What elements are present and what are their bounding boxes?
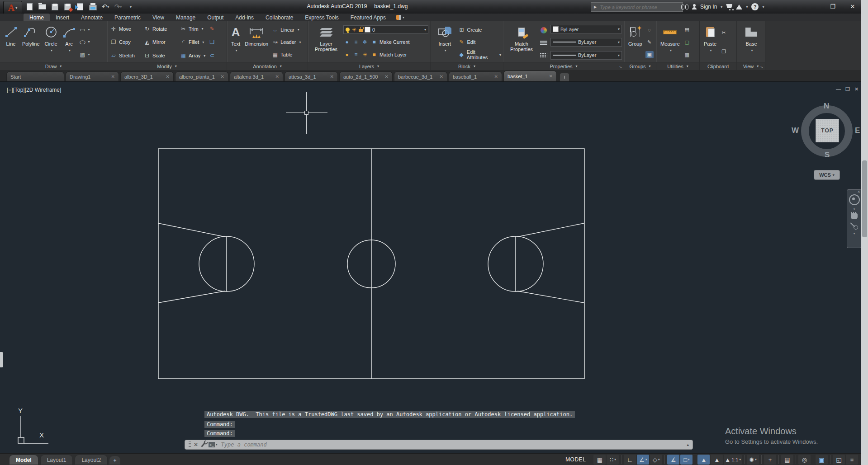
doc-minimize-button[interactable]: —	[836, 86, 841, 92]
transfer-button[interactable]	[75, 2, 85, 12]
polar-tracking-toggle[interactable]: ∠▾	[637, 455, 649, 465]
match-properties-button[interactable]: Match Properties	[506, 23, 537, 62]
tab-insert[interactable]: Insert	[50, 14, 75, 21]
close-icon[interactable]: ✕	[166, 74, 170, 79]
search-expand-icon[interactable]: ▶	[594, 5, 597, 9]
mirror-button[interactable]: ◭Mirror	[143, 38, 179, 47]
viewcube-west[interactable]: W	[792, 126, 799, 135]
text-button[interactable]: A Text	[230, 23, 242, 62]
polyline-button[interactable]: Polyline	[21, 23, 41, 62]
close-button[interactable]: ✕	[843, 0, 863, 13]
dimension-button[interactable]: Dimension	[243, 23, 270, 62]
close-icon[interactable]: ✕	[494, 74, 498, 79]
cut-button[interactable]: ✂	[720, 29, 728, 37]
annotation-monitor-toggle[interactable]: +	[764, 455, 776, 465]
close-icon[interactable]: ✕	[194, 442, 198, 448]
command-input[interactable]	[220, 441, 684, 448]
lineweight-icon[interactable]	[540, 41, 547, 45]
leader-button[interactable]: ↝Leader	[271, 38, 301, 47]
ortho-toggle[interactable]: ∟	[624, 455, 636, 465]
tab-manage[interactable]: Manage	[170, 14, 201, 21]
file-tab-barbecue[interactable]: barbecue_3d_1✕	[394, 71, 447, 81]
save-as-button[interactable]	[62, 2, 72, 12]
drag-handle[interactable]	[189, 442, 191, 448]
dialog-launcher-icon[interactable]: ↘	[760, 65, 763, 69]
file-tab-auto[interactable]: auto_2d_1_500✕	[339, 71, 393, 81]
paste-button[interactable]: Paste	[702, 23, 718, 62]
wcs-button[interactable]: WCS▾	[814, 170, 840, 180]
tab-output[interactable]: Output	[201, 14, 229, 21]
pan-icon[interactable]	[851, 213, 858, 219]
clean-screen-button[interactable]: ◱	[833, 455, 845, 465]
object-snap-toggle[interactable]: □▾	[680, 455, 693, 465]
file-tab-altalena[interactable]: altalena 3d_1✕	[230, 71, 283, 81]
group-edit-button[interactable]: ✎	[645, 38, 654, 46]
connect-button[interactable]: ▾	[396, 14, 404, 21]
search-input[interactable]	[599, 4, 680, 10]
doc-restore-button[interactable]: ❐	[845, 86, 850, 92]
tab-add-ins[interactable]: Add-ins	[229, 14, 260, 21]
edit-attributes-button[interactable]: ◆Edit Attributes	[458, 50, 501, 59]
chevron-down-icon[interactable]: ▾	[746, 5, 748, 9]
annotation-visibility-toggle[interactable]: ▲	[697, 455, 710, 465]
stretch-button[interactable]: ▱Stretch	[110, 51, 142, 60]
rectangle-button[interactable]: ▭▾	[79, 25, 90, 34]
match-layer-button[interactable]: ● ≡ ☀ ■ Match Layer	[343, 50, 428, 59]
new-tab-button[interactable]: +	[560, 73, 569, 81]
autodesk-exchange-icon[interactable]	[736, 5, 742, 9]
panel-label-annotation[interactable]: Annotation	[227, 62, 308, 70]
copy-button[interactable]: ❐Copy	[110, 38, 142, 47]
group-selection-toggle[interactable]: ▣	[645, 51, 654, 58]
close-icon[interactable]: ✕	[549, 74, 553, 79]
linetype-icon[interactable]	[540, 53, 547, 57]
close-icon[interactable]: ✕	[111, 74, 115, 79]
snap-toggle[interactable]: ∷▾	[607, 455, 619, 465]
redo-button[interactable]: ↷▾	[113, 2, 123, 12]
close-icon[interactable]: ✕	[221, 74, 224, 79]
isolate-objects-button[interactable]: ◎	[798, 455, 811, 465]
arc-button[interactable]: Arc	[61, 23, 77, 62]
help-button[interactable]: ?	[751, 3, 759, 10]
isometric-drafting-toggle[interactable]: ◇▾	[650, 455, 662, 465]
tab-annotate[interactable]: Annotate	[75, 14, 109, 21]
history-up-icon[interactable]: ▴	[687, 442, 689, 447]
viewcube-north[interactable]: N	[824, 102, 829, 111]
panel-label-block[interactable]: Block	[431, 62, 503, 70]
chevron-down-icon[interactable]: ▾	[854, 233, 855, 235]
plot-button[interactable]	[88, 2, 98, 12]
offset-button[interactable]: ⊂	[209, 51, 216, 60]
erase-button[interactable]: ✎	[209, 24, 216, 33]
viewcube-east[interactable]: E	[855, 126, 860, 135]
navbar-close-icon[interactable]: ✕	[857, 190, 860, 194]
copy-clip-button[interactable]: ❐	[720, 48, 728, 55]
circle-button[interactable]: Circle	[43, 23, 59, 62]
scale-button[interactable]: ⊡Scale	[143, 51, 179, 60]
close-icon[interactable]: ✕	[330, 74, 334, 79]
close-icon[interactable]: ✕	[385, 74, 389, 79]
tab-layout1[interactable]: Layout1	[40, 455, 73, 465]
create-block-button[interactable]: ⊞Create	[458, 25, 501, 34]
panel-label-groups[interactable]: Groups	[624, 62, 656, 70]
tab-view[interactable]: View	[147, 14, 170, 21]
chevron-down-icon[interactable]: ▾	[854, 208, 855, 210]
minimize-button[interactable]: —	[803, 0, 823, 13]
edit-block-button[interactable]: ✎Edit	[458, 38, 501, 47]
command-input-bar[interactable]: ✕ >_▾ ▴	[185, 440, 693, 450]
panel-label-draw[interactable]: Draw	[0, 62, 107, 70]
app-store-cart-button[interactable]	[726, 5, 732, 8]
panel-label-utilities[interactable]: Utilities	[656, 62, 699, 70]
group-button[interactable]: ✦ Group	[627, 23, 644, 62]
tab-parametric[interactable]: Parametric	[109, 14, 147, 21]
tab-express-tools[interactable]: Express Tools	[299, 14, 344, 21]
doc-close-button[interactable]: ✕	[854, 86, 859, 92]
tab-home[interactable]: Home	[24, 14, 50, 21]
drawing-canvas[interactable]: [−][Top][2D Wireframe] — ❐ ✕ N W	[0, 81, 861, 454]
close-icon[interactable]: ✕	[275, 74, 279, 79]
layer-select[interactable]: ☀ 0 ▾	[343, 25, 428, 34]
save-button[interactable]	[50, 2, 60, 12]
file-tab-albero-3d[interactable]: albero_3D_1✕	[120, 71, 174, 81]
customization-button[interactable]: ≡	[846, 455, 858, 465]
measure-button[interactable]: Measure	[659, 23, 681, 62]
file-tab-baseball[interactable]: baseball_1✕	[449, 71, 502, 81]
graphics-performance-button[interactable]: ▣	[816, 455, 828, 465]
